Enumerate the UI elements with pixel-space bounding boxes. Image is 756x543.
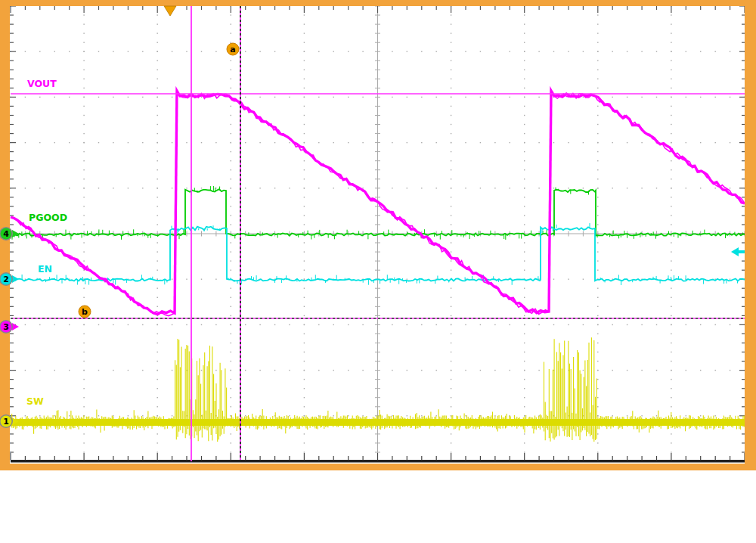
svg-text:a: a [230, 45, 235, 54]
readout-bar: C1 10.0V/div 1MΩ BW:500M C2 2.0V/div 1MΩ… [0, 470, 756, 543]
cursor-marker-a[interactable]: a [227, 43, 239, 55]
trace-label-sw: SW [26, 396, 44, 407]
oscilloscope-screenshot: ab4231VOUTPGOODENSW C1 10.0V/div 1MΩ BW:… [0, 0, 756, 543]
svg-text:3: 3 [3, 322, 9, 332]
bottom-scale-bar [11, 460, 745, 463]
svg-text:4: 4 [3, 229, 9, 239]
svg-text:b: b [82, 307, 88, 317]
trace-label-vout: VOUT [27, 78, 57, 89]
trace-label-pgood: PGOOD [29, 212, 67, 223]
cursor-marker-b[interactable]: b [79, 306, 91, 318]
svg-text:1: 1 [3, 417, 9, 427]
scope-display: ab4231VOUTPGOODENSW [0, 0, 756, 470]
trace-label-en: EN [38, 263, 52, 275]
svg-text:2: 2 [3, 275, 9, 284]
